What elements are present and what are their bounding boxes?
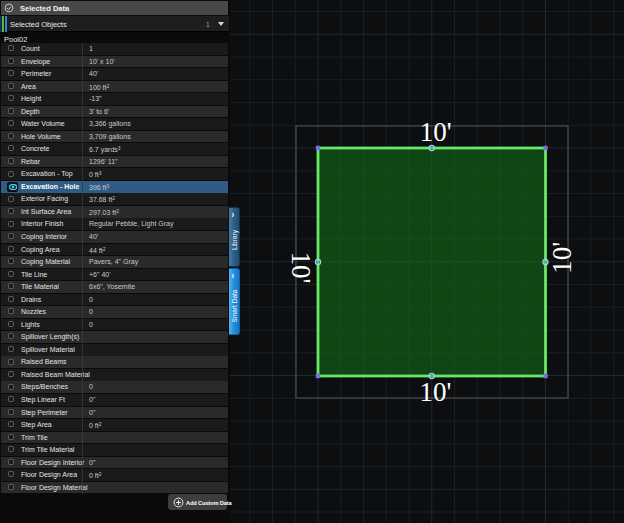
svg-text:10': 10' [420,377,452,407]
svg-text:10': 10' [547,242,577,274]
svg-text:10': 10' [420,117,452,147]
svg-text:10': 10' [286,252,316,284]
